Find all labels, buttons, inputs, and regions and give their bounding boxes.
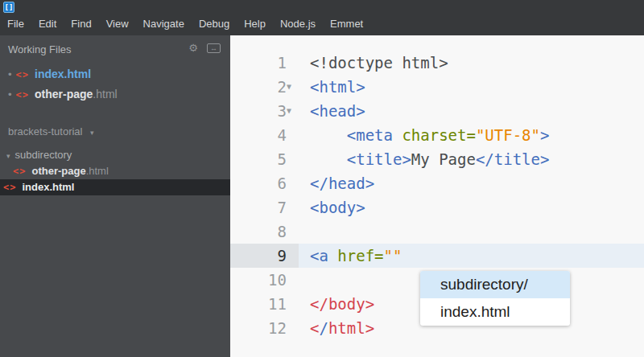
hint-item-subdirectory-[interactable]: subdirectory/ <box>420 271 570 298</box>
code-token: <head> <box>310 102 365 120</box>
code-line-4[interactable]: <meta charset="UTF-8"> <box>299 123 644 147</box>
code-token: "" <box>384 247 402 265</box>
hint-item-index.html[interactable]: index.html <box>420 298 570 326</box>
file-name: other-page <box>31 165 85 177</box>
line-number-4: 4 <box>230 123 299 147</box>
sidebar: Working Files ⚙ ↔ •<>index.html•<>other-… <box>0 35 230 357</box>
modified-dot-icon: • <box>8 88 12 101</box>
line-number-7: 7 <box>230 195 299 220</box>
code-token <box>310 150 347 168</box>
line-number-1: 1 <box>230 51 299 75</box>
editor-line-6: 6</head> <box>230 171 644 195</box>
line-number-2: 2▼ <box>230 75 299 99</box>
tree-file-index.html[interactable]: <>index.html <box>0 179 230 195</box>
code-token: < <box>310 319 319 337</box>
split-view-icon[interactable]: ↔ <box>207 43 221 53</box>
project-header[interactable]: brackets-tutorial ▾ <box>0 119 230 144</box>
code-line-7[interactable]: <body> <box>299 195 644 220</box>
code-line-8[interactable] <box>299 220 644 244</box>
code-token: </body> <box>310 295 374 313</box>
modified-dot-icon: • <box>8 68 12 80</box>
menu-item-navigate[interactable]: Navigate <box>136 15 192 32</box>
file-type-icon: <> <box>16 69 29 80</box>
working-files-list: •<>index.html•<>other-page.html <box>0 64 230 105</box>
file-type-icon: <> <box>13 166 26 177</box>
code-line-9[interactable]: <a href="" <box>299 244 644 268</box>
tree-file-other-page.html[interactable]: <>other-page.html <box>0 163 230 179</box>
menubar: [] FileEditFindViewNavigateDebugHelpNode… <box>0 0 644 35</box>
code-token: <meta <box>347 126 393 144</box>
line-number-5: 5 <box>230 147 299 171</box>
code-token: <body> <box>310 199 365 216</box>
code-token: </title> <box>476 150 550 168</box>
code-line-3[interactable]: <head> <box>299 99 644 123</box>
working-file-index.html[interactable]: •<>index.html <box>0 64 230 84</box>
menu-item-edit[interactable]: Edit <box>31 15 64 32</box>
working-file-other-page.html[interactable]: •<>other-page.html <box>0 84 230 105</box>
menu-item-node-js[interactable]: Node.js <box>273 15 323 32</box>
menu-item-help[interactable]: Help <box>237 15 273 32</box>
file-type-icon: <> <box>16 89 29 101</box>
code-token: href= <box>328 247 384 265</box>
menu-items: FileEditFindViewNavigateDebugHelpNode.js… <box>0 15 370 32</box>
editor-line-7: 7<body> <box>230 195 644 220</box>
line-number-12: 12 <box>230 316 299 340</box>
code-token: "UTF-8" <box>476 126 540 144</box>
editor-line-5: 5 <title>My Page</title> <box>230 147 644 171</box>
working-files-header: Working Files ⚙ ↔ <box>0 35 230 58</box>
editor-line-1: 1<!doctype html> <box>230 51 644 75</box>
code-token: <html> <box>310 78 365 96</box>
code-line-5[interactable]: <title>My Page</title> <box>299 147 644 171</box>
code-token <box>310 126 347 144</box>
code-token: </head> <box>310 174 374 192</box>
working-files-title: Working Files <box>8 43 72 55</box>
code-token: / <box>319 319 328 337</box>
code-token: > <box>540 126 549 144</box>
file-name: index.html <box>35 68 91 80</box>
line-number-11: 11 <box>230 292 299 316</box>
code-line-1[interactable]: <!doctype html> <box>299 51 644 75</box>
fold-arrow-icon[interactable]: ▼ <box>287 75 298 99</box>
editor-line-2: 2▼<html> <box>230 75 644 99</box>
file-extension: .html <box>93 88 117 101</box>
brackets-logo-icon: [] <box>3 2 14 13</box>
editor-line-3: 3▼<head> <box>230 99 644 123</box>
line-number-3: 3▼ <box>230 99 299 123</box>
project-name: brackets-tutorial <box>8 125 82 137</box>
code-token: charset= <box>393 126 476 144</box>
code-hint-popup: subdirectory/index.html <box>420 271 570 326</box>
editor-line-9: 9<a href="" <box>230 244 644 268</box>
code-token: html> <box>328 319 374 337</box>
project-dropdown-arrow-icon[interactable]: ▾ <box>90 129 94 137</box>
code-line-6[interactable]: </head> <box>299 171 644 195</box>
code-token: <a <box>310 247 328 265</box>
gear-icon[interactable]: ⚙ <box>188 42 198 54</box>
file-type-icon: <> <box>3 182 16 193</box>
editor-line-4: 4 <meta charset="UTF-8"> <box>230 123 644 147</box>
tree-folder-subdirectory[interactable]: ▾subdirectory <box>0 147 230 163</box>
code-token: <!doctype html> <box>310 54 448 72</box>
menu-item-emmet[interactable]: Emmet <box>323 15 370 32</box>
line-number-6: 6 <box>230 171 299 195</box>
menu-item-file[interactable]: File <box>0 15 31 32</box>
menu-item-find[interactable]: Find <box>64 15 98 32</box>
menu-item-view[interactable]: View <box>99 15 136 32</box>
folder-name: subdirectory <box>15 149 72 161</box>
file-extension: .html <box>86 165 109 177</box>
code-line-2[interactable]: <html> <box>299 75 644 99</box>
line-number-9: 9 <box>230 244 299 268</box>
project-tree: ▾subdirectory<>other-page.html<>index.ht… <box>0 147 230 195</box>
line-number-8: 8 <box>230 220 299 244</box>
editor-line-8: 8 <box>230 220 644 244</box>
collapse-arrow-icon[interactable]: ▾ <box>0 152 15 160</box>
code-token: My Page <box>411 150 476 168</box>
fold-arrow-icon[interactable]: ▼ <box>287 99 298 123</box>
code-token: <title> <box>347 150 411 168</box>
file-name: other-page <box>35 88 93 101</box>
file-name: index.html <box>22 181 74 193</box>
menu-item-debug[interactable]: Debug <box>192 15 237 32</box>
line-number-10: 10 <box>230 268 299 292</box>
